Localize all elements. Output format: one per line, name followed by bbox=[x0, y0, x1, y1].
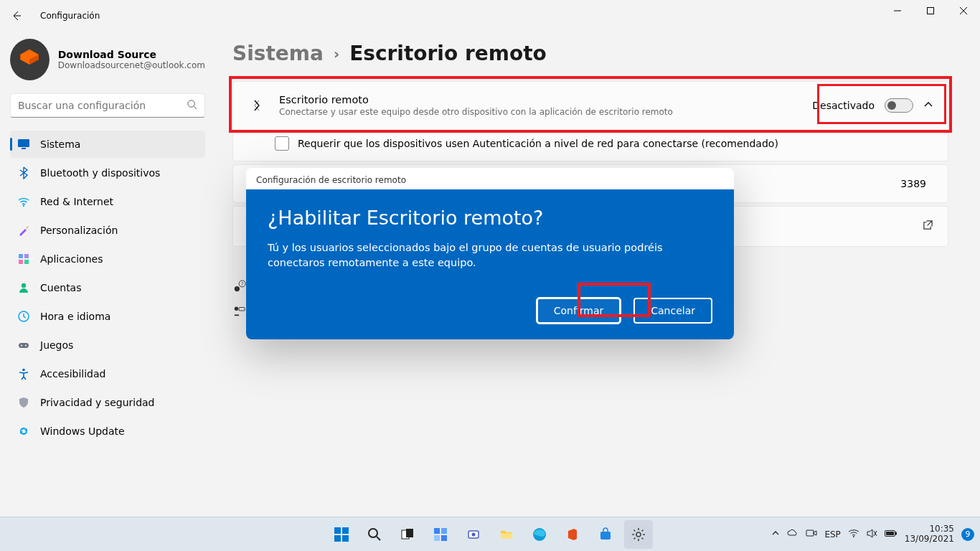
svg-rect-20 bbox=[334, 527, 341, 534]
tray-clock[interactable]: 10:35 13/09/2021 bbox=[905, 524, 954, 545]
remote-desktop-row[interactable]: Escritorio remoto Conectarse y usar este… bbox=[233, 82, 948, 129]
svg-point-1 bbox=[188, 100, 194, 106]
nav-item-shield[interactable]: Privacidad y seguridad bbox=[10, 389, 205, 416]
window-title: Configuración bbox=[40, 11, 100, 21]
toggle-state-label: Desactivado bbox=[812, 100, 875, 111]
apps-icon bbox=[17, 253, 30, 265]
nav-item-display[interactable]: Sistema bbox=[10, 131, 205, 158]
tray-meetnow-icon[interactable] bbox=[806, 529, 817, 540]
svg-rect-7 bbox=[19, 260, 23, 264]
minimize-button[interactable] bbox=[881, 0, 914, 22]
nav-item-person[interactable]: Cuentas bbox=[10, 274, 205, 301]
close-button[interactable] bbox=[947, 0, 980, 22]
titlebar: Configuración bbox=[0, 0, 980, 32]
svg-rect-19 bbox=[239, 308, 245, 311]
svg-rect-0 bbox=[928, 8, 934, 14]
feedback-icon[interactable] bbox=[233, 304, 246, 320]
nav-item-wifi[interactable]: Red & Internet bbox=[10, 188, 205, 215]
dialog-title: Configuración de escritorio remoto bbox=[246, 168, 734, 189]
breadcrumb-current: Escritorio remoto bbox=[349, 42, 547, 65]
person-icon bbox=[17, 281, 30, 294]
search-box[interactable] bbox=[10, 93, 205, 118]
confirm-dialog: Configuración de escritorio remoto ¿Habi… bbox=[246, 168, 734, 339]
svg-rect-8 bbox=[24, 260, 29, 264]
office-button[interactable] bbox=[558, 520, 587, 549]
svg-rect-6 bbox=[24, 254, 29, 258]
svg-point-36 bbox=[636, 532, 641, 537]
confirm-button[interactable]: Confirmar bbox=[537, 298, 621, 324]
svg-point-24 bbox=[369, 529, 377, 537]
nav-label: Accesibilidad bbox=[40, 368, 105, 380]
nav-label: Aplicaciones bbox=[40, 253, 103, 265]
nav-item-update[interactable]: Windows Update bbox=[10, 418, 205, 445]
svg-point-9 bbox=[22, 283, 26, 288]
remote-desktop-toggle[interactable] bbox=[885, 98, 913, 113]
svg-point-18 bbox=[235, 307, 238, 311]
port-value: 3389 bbox=[900, 178, 926, 189]
nav-label: Red & Internet bbox=[40, 196, 113, 207]
svg-rect-23 bbox=[342, 535, 349, 542]
dialog-body-text: Tú y los usuarios seleccionados bajo el … bbox=[268, 240, 684, 270]
remote-desktop-card: Escritorio remoto Conectarse y usar este… bbox=[232, 81, 948, 161]
brush-icon bbox=[17, 224, 30, 237]
nla-checkbox[interactable] bbox=[275, 136, 289, 151]
cancel-button[interactable]: Cancelar bbox=[633, 298, 712, 324]
svg-rect-41 bbox=[886, 532, 894, 535]
sidebar: Download Source Downloadsourcenet@outloo… bbox=[0, 32, 215, 517]
svg-point-14 bbox=[22, 369, 25, 372]
tray-time: 10:35 bbox=[929, 524, 954, 534]
nav-item-gamepad[interactable]: Juegos bbox=[10, 331, 205, 359]
svg-point-13 bbox=[25, 345, 27, 347]
nla-label: Requerir que los dispositivos usen Auten… bbox=[298, 138, 778, 149]
store-button[interactable] bbox=[591, 520, 620, 549]
svg-point-4 bbox=[23, 205, 24, 207]
svg-rect-26 bbox=[406, 529, 413, 537]
svg-rect-40 bbox=[895, 532, 897, 534]
search-input[interactable] bbox=[18, 100, 187, 111]
search-icon bbox=[187, 99, 197, 113]
shield-icon bbox=[17, 396, 30, 409]
nav-item-brush[interactable]: Personalización bbox=[10, 217, 205, 244]
tray-chevron-icon[interactable] bbox=[771, 529, 780, 540]
nav-item-clock[interactable]: Hora e idioma bbox=[10, 303, 205, 330]
widgets-button[interactable] bbox=[426, 520, 455, 549]
svg-rect-29 bbox=[434, 535, 440, 541]
notification-badge[interactable]: 9 bbox=[961, 528, 974, 541]
svg-rect-33 bbox=[501, 533, 512, 539]
tray-language[interactable]: ESP bbox=[824, 529, 840, 540]
taskview-button[interactable] bbox=[393, 520, 422, 549]
profile-block[interactable]: Download Source Downloadsourcenet@outloo… bbox=[10, 39, 205, 80]
teams-button[interactable] bbox=[459, 520, 488, 549]
svg-rect-37 bbox=[806, 530, 814, 536]
breadcrumb: Sistema › Escritorio remoto bbox=[232, 42, 948, 65]
nav-label: Cuentas bbox=[40, 282, 82, 293]
avatar bbox=[10, 39, 50, 80]
tray-battery-icon[interactable] bbox=[885, 529, 897, 540]
nav-label: Privacidad y seguridad bbox=[40, 397, 155, 408]
nav-item-bluetooth[interactable]: Bluetooth y dispositivos bbox=[10, 159, 205, 187]
maximize-button[interactable] bbox=[914, 0, 947, 22]
breadcrumb-parent[interactable]: Sistema bbox=[232, 42, 324, 65]
settings-taskbar-button[interactable] bbox=[624, 520, 653, 549]
start-button[interactable] bbox=[327, 520, 356, 549]
tray-volume-icon[interactable] bbox=[867, 529, 877, 540]
nav-item-apps[interactable]: Aplicaciones bbox=[10, 245, 205, 273]
help-icon[interactable]: ? bbox=[233, 280, 246, 296]
clock-icon bbox=[17, 310, 30, 323]
gamepad-icon bbox=[17, 339, 30, 352]
system-tray: ESP 10:35 13/09/2021 9 bbox=[771, 524, 974, 545]
nav-item-accessibility[interactable]: Accesibilidad bbox=[10, 360, 205, 387]
update-icon bbox=[17, 425, 30, 438]
remote-desktop-icon bbox=[248, 98, 266, 113]
tray-date: 13/09/2021 bbox=[905, 534, 954, 545]
tray-onedrive-icon[interactable] bbox=[787, 529, 798, 540]
chevron-up-icon bbox=[923, 99, 933, 113]
tray-wifi-icon[interactable] bbox=[848, 529, 859, 540]
search-taskbar-button[interactable] bbox=[360, 520, 389, 549]
svg-rect-2 bbox=[18, 139, 29, 147]
svg-rect-27 bbox=[434, 528, 440, 534]
nav-list: SistemaBluetooth y dispositivosRed & Int… bbox=[10, 131, 205, 445]
explorer-button[interactable] bbox=[492, 520, 521, 549]
back-button[interactable] bbox=[6, 5, 27, 27]
edge-button[interactable] bbox=[525, 520, 554, 549]
